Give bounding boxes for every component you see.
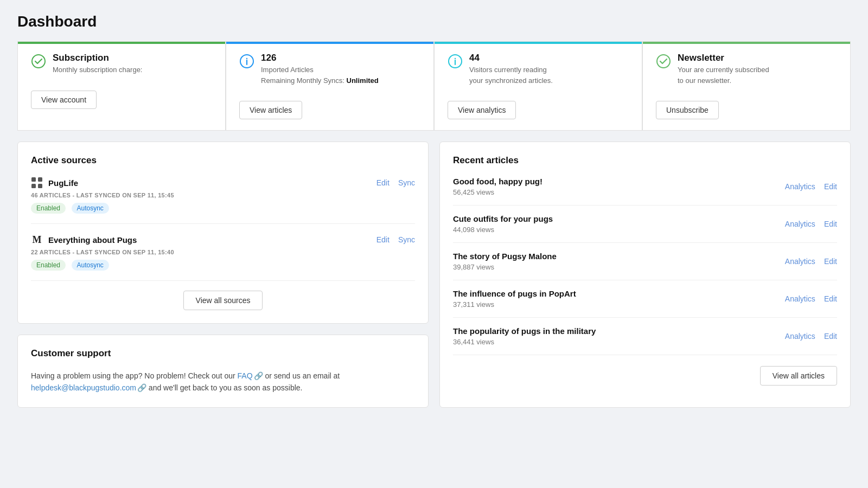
customer-support-title: Customer support [31, 348, 415, 359]
svg-point-6 [455, 58, 456, 59]
puglife-source-name: PugLife [48, 178, 78, 188]
customer-support-text: Having a problem using the app? No probl… [31, 370, 415, 394]
article-info-3: The story of Pugsy Malone 39,887 views [453, 252, 557, 271]
active-sources-title: Active sources [31, 155, 415, 166]
check-circle-icon [31, 54, 46, 69]
view-articles-button[interactable]: View articles [239, 101, 302, 119]
article-title-5: The popularity of pugs in the military [453, 326, 596, 336]
article-actions-2: Analytics Edit [785, 220, 837, 228]
source-item-everything-pugs: M Everything about Pugs Edit Sync 22 ART… [31, 234, 415, 281]
visitors-subtitle: Visitors currently reading your synchron… [469, 65, 553, 86]
newsletter-title: Newsletter [678, 53, 769, 63]
article-title-2: Cute outfits for your pugs [453, 214, 553, 223]
view-all-articles-button[interactable]: View all articles [760, 366, 837, 386]
article-title-4: The influence of pugs in PopArt [453, 289, 576, 298]
svg-point-0 [32, 55, 45, 68]
puglife-edit-button[interactable]: Edit [376, 178, 390, 187]
recent-articles-panel: Recent articles Good food, happy pug! 56… [439, 142, 851, 408]
article-item-3: The story of Pugsy Malone 39,887 views A… [453, 243, 837, 280]
articles-subtitle: Imported Articles Remaining Monthly Sync… [261, 65, 379, 86]
articles-list: Good food, happy pug! 56,425 views Analy… [453, 177, 837, 355]
svg-point-7 [657, 55, 670, 68]
view-account-button[interactable]: View account [31, 91, 97, 109]
article-info-1: Good food, happy pug! 56,425 views [453, 177, 542, 196]
page-title: Dashboard [17, 13, 851, 30]
right-column: Recent articles Good food, happy pug! 56… [439, 142, 851, 408]
svg-rect-10 [31, 184, 36, 188]
svg-rect-9 [38, 177, 42, 182]
subscription-title: Subscription [53, 53, 142, 63]
article-edit-button-5[interactable]: Edit [824, 332, 837, 341]
puglife-sync-button[interactable]: Sync [398, 178, 415, 187]
article-item-5: The popularity of pugs in the military 3… [453, 318, 837, 355]
puglife-logo-icon [31, 177, 43, 189]
everything-pugs-sync-button[interactable]: Sync [398, 235, 415, 244]
faq-link[interactable]: FAQ [238, 371, 253, 380]
article-item-1: Good food, happy pug! 56,425 views Analy… [453, 177, 837, 206]
info-circle-teal-icon [448, 54, 463, 69]
puglife-meta: 46 ARTICLES - LAST SYNCED ON SEP 11, 15:… [31, 192, 415, 198]
visitors-number: 44 [469, 53, 553, 63]
everything-pugs-badge-enabled: Enabled [31, 260, 66, 271]
support-email-link[interactable]: helpdesk@blackpugstudio.com [31, 383, 136, 392]
article-analytics-button-3[interactable]: Analytics [785, 257, 815, 266]
medium-logo-icon: M [31, 234, 43, 246]
article-info-2: Cute outfits for your pugs 44,098 views [453, 214, 553, 234]
stat-card-newsletter: Newsletter Your are currently subscribed… [642, 41, 851, 131]
active-sources-panel: Active sources PugLife [17, 142, 429, 324]
check-circle2-icon [656, 54, 671, 69]
puglife-badge-enabled: Enabled [31, 203, 66, 214]
article-actions-1: Analytics Edit [785, 182, 837, 191]
everything-pugs-source-name: Everything about Pugs [48, 235, 137, 245]
info-circle-icon [239, 54, 254, 69]
view-all-sources-button[interactable]: View all sources [183, 291, 263, 310]
svg-point-3 [246, 58, 247, 59]
article-actions-3: Analytics Edit [785, 257, 837, 266]
article-info-4: The influence of pugs in PopArt 37,311 v… [453, 289, 576, 309]
view-analytics-button[interactable]: View analytics [448, 101, 516, 119]
main-grid: Active sources PugLife [17, 142, 851, 408]
article-analytics-button-5[interactable]: Analytics [785, 332, 815, 341]
recent-articles-title: Recent articles [453, 155, 837, 166]
svg-rect-11 [38, 184, 42, 188]
customer-support-panel: Customer support Having a problem using … [17, 335, 429, 408]
everything-pugs-badge-autosync: Autosync [72, 260, 109, 271]
left-column: Active sources PugLife [17, 142, 429, 408]
article-title-3: The story of Pugsy Malone [453, 252, 557, 261]
article-actions-5: Analytics Edit [785, 332, 837, 341]
article-item-4: The influence of pugs in PopArt 37,311 v… [453, 280, 837, 318]
unsubscribe-button[interactable]: Unsubscribe [656, 101, 719, 119]
articles-number: 126 [261, 53, 379, 63]
article-analytics-button-4[interactable]: Analytics [785, 294, 815, 303]
everything-pugs-edit-button[interactable]: Edit [376, 235, 390, 244]
article-views-4: 37,311 views [453, 300, 576, 309]
article-views-1: 56,425 views [453, 188, 542, 196]
article-views-3: 39,887 views [453, 263, 557, 271]
stat-card-subscription: Subscription Monthly subscription charge… [17, 41, 226, 131]
stat-card-articles: 126 Imported Articles Remaining Monthly … [226, 41, 434, 131]
stat-card-visitors: 44 Visitors currently reading your synch… [434, 41, 642, 131]
article-edit-button-2[interactable]: Edit [824, 220, 837, 228]
article-analytics-button-2[interactable]: Analytics [785, 220, 815, 228]
article-title-1: Good food, happy pug! [453, 177, 542, 186]
puglife-badge-autosync: Autosync [72, 203, 109, 214]
svg-rect-8 [31, 177, 36, 182]
article-edit-button-3[interactable]: Edit [824, 257, 837, 266]
article-info-5: The popularity of pugs in the military 3… [453, 326, 596, 346]
source-item-puglife: PugLife Edit Sync 46 ARTICLES - LAST SYN… [31, 177, 415, 224]
article-item-2: Cute outfits for your pugs 44,098 views … [453, 206, 837, 243]
newsletter-subtitle: Your are currently subscribed to our new… [678, 65, 769, 86]
article-edit-button-1[interactable]: Edit [824, 182, 837, 191]
article-views-5: 36,441 views [453, 338, 596, 346]
article-edit-button-4[interactable]: Edit [824, 294, 837, 303]
article-analytics-button-1[interactable]: Analytics [785, 182, 815, 191]
stat-cards: Subscription Monthly subscription charge… [17, 41, 851, 131]
everything-pugs-meta: 22 ARTICLES - LAST SYNCED ON SEP 11, 15:… [31, 249, 415, 255]
article-actions-4: Analytics Edit [785, 294, 837, 303]
article-views-2: 44,098 views [453, 226, 553, 234]
subscription-subtitle: Monthly subscription charge: [53, 65, 142, 75]
